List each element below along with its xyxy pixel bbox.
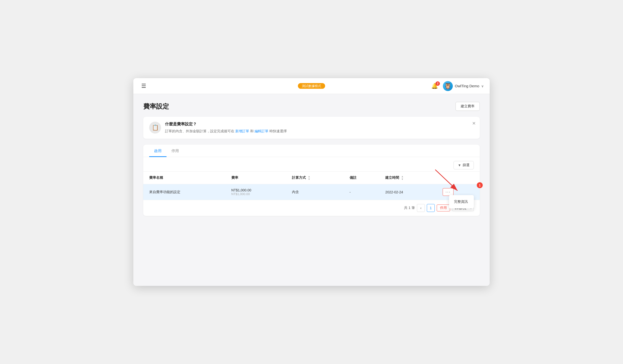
prev-page-button[interactable]: ‹	[417, 204, 425, 212]
info-link-2[interactable]: 編輯訂單	[255, 129, 268, 133]
page-header: 費率設定 建立費率	[143, 102, 480, 111]
cell-calculation: 內含	[286, 184, 343, 200]
info-text: 什麼是費率設定？ 訂單的內含、外加金額計算，設定完成後可在 新增訂單 和 編輯訂…	[165, 122, 287, 134]
tab-enabled[interactable]: 啟用	[149, 145, 167, 157]
cell-note: -	[344, 184, 380, 200]
user-menu[interactable]: 🦉 OwlTing Demo ∨	[443, 81, 484, 91]
table-card: 啟用 停用 ▼ 篩選 費率名稱 費率 計算方式 ▲	[143, 145, 480, 216]
price-main: NT$1,000.00	[231, 188, 280, 192]
table-row: 來自費率功能的設定 NT$1,000.00 NT$1,000.00 內含 - 2…	[143, 184, 480, 200]
notification-button[interactable]: 🔔 2	[430, 82, 439, 90]
action-dots-button[interactable]: ···	[443, 188, 453, 196]
menu-button[interactable]: ☰	[139, 82, 148, 90]
col-actions	[437, 172, 480, 184]
notification-badge: 2	[435, 81, 440, 86]
test-mode-banner: 測試數據模式	[298, 84, 325, 88]
page-title: 費率設定	[143, 102, 169, 111]
create-rate-button[interactable]: 建立費率	[455, 102, 480, 111]
pagination-total: 共 1 筆	[404, 206, 415, 210]
dropdown-item-full-info[interactable]: 完整資訊	[449, 197, 474, 206]
info-icon: 📋	[149, 122, 161, 134]
filter-button[interactable]: ▼ 篩選	[454, 161, 474, 169]
info-link-1[interactable]: 新增訂單	[235, 129, 249, 133]
price-sub: NT$1,000.00	[231, 192, 280, 196]
col-rate: 費率	[225, 172, 286, 184]
owl-icon: 🦉	[444, 83, 452, 90]
action-dropdown: 完整資訊	[449, 195, 474, 208]
col-calculation: 計算方式 ▲▼	[286, 172, 343, 184]
table-header-row: 費率名稱 費率 計算方式 ▲▼ 備註 建立時間 ▲▼	[143, 172, 480, 184]
cell-rate: NT$1,000.00 NT$1,000.00	[225, 184, 286, 200]
filter-icon: ▼	[458, 163, 461, 167]
rate-table: 費率名稱 費率 計算方式 ▲▼ 備註 建立時間 ▲▼	[143, 171, 480, 200]
cell-actions: ··· 1 完整資訊	[437, 184, 480, 200]
info-banner: 📋 什麼是費率設定？ 訂單的內含、外加金額計算，設定完成後可在 新增訂單 和 編…	[143, 117, 480, 139]
tabs: 啟用 停用	[143, 145, 480, 157]
test-mode-badge: 測試數據模式	[298, 83, 325, 89]
col-name: 費率名稱	[143, 172, 225, 184]
sort-icon[interactable]: ▲▼	[308, 175, 310, 181]
header-right: 🔔 2 🦉 OwlTing Demo ∨	[430, 81, 484, 91]
main-content: 費率設定 建立費率 📋 什麼是費率設定？ 訂單的內含、外加金額計算，設定完成後可…	[133, 94, 490, 224]
document-icon: 📋	[152, 124, 159, 131]
info-description: 訂單的內含、外加金額計算，設定完成後可在 新增訂單 和 編輯訂單 時快速選擇	[165, 128, 287, 134]
sort-icon-created[interactable]: ▲▼	[401, 175, 404, 181]
col-created: 建立時間 ▲▼	[379, 172, 437, 184]
current-page: 1	[427, 204, 435, 212]
col-note: 備註	[344, 172, 380, 184]
cell-name: 來自費率功能的設定	[143, 184, 225, 200]
info-title: 什麼是費率設定？	[165, 122, 287, 127]
table-toolbar: ▼ 篩選	[143, 157, 480, 171]
chevron-down-icon: ∨	[481, 84, 484, 88]
close-banner-button[interactable]: ✕	[472, 121, 476, 126]
filter-label: 篩選	[463, 163, 470, 167]
user-name-label: OwlTing Demo	[455, 84, 479, 88]
tab-disabled[interactable]: 停用	[167, 145, 184, 157]
pagination-row: 共 1 筆 ‹ 1 停用 20條/頁 50條/頁 100條/頁 ▼	[143, 200, 480, 216]
cell-created-at: 2022-02-24	[379, 184, 437, 200]
header: ☰ 測試數據模式 🔔 2 🦉 OwlTing Demo ∨	[133, 78, 490, 94]
step-1-circle: 1	[477, 182, 483, 188]
stop-button[interactable]: 停用	[437, 205, 450, 211]
avatar: 🦉	[443, 81, 453, 91]
